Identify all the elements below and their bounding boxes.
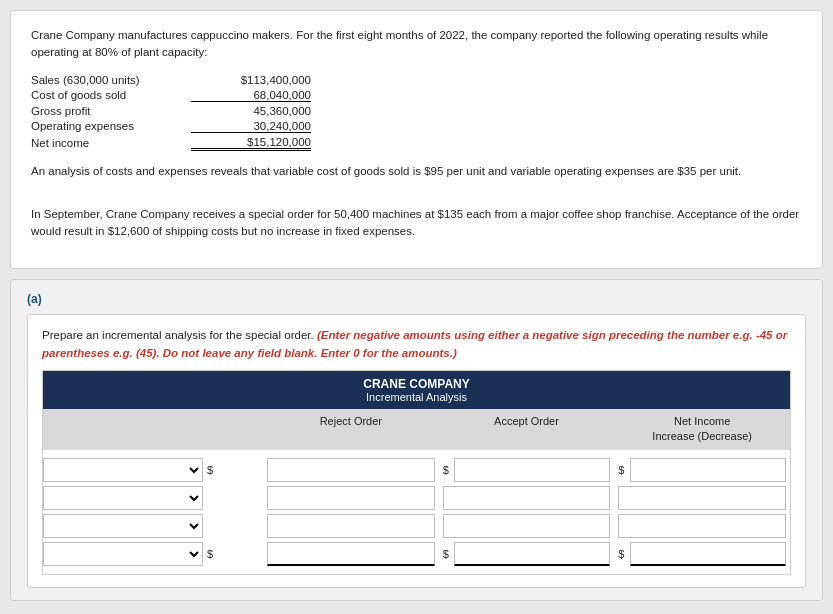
row-1-dollar-3: $: [618, 464, 627, 476]
row-4-dollar-2: $: [443, 548, 452, 560]
opex-amount: 30,240,000: [191, 120, 311, 133]
data-row-2: Revenues Cost of goods sold Operating ex…: [43, 486, 790, 510]
table-header: CRANE COMPANY Incremental Analysis: [43, 371, 790, 409]
instruction-plain: Prepare an incremental analysis for the …: [42, 329, 314, 341]
row-4-input-net[interactable]: [630, 542, 786, 566]
row-3-select[interactable]: Revenues Cost of goods sold Operating ex…: [43, 514, 203, 538]
row-3-cell-net: [614, 514, 790, 538]
gross-label: Gross profit: [31, 105, 191, 117]
row-2-cell-net: [614, 486, 790, 510]
row-2-input-accept[interactable]: [443, 486, 611, 510]
row-2-input-reject[interactable]: [267, 486, 435, 510]
row-2-cell-accept: [439, 486, 615, 510]
data-row-1: Revenues Cost of goods sold Operating ex…: [43, 458, 790, 482]
intro-text: Crane Company manufactures cappuccino ma…: [31, 27, 802, 62]
financial-row-cogs: Cost of goods sold 68,040,000: [31, 89, 802, 102]
row-2-input-net[interactable]: [618, 486, 786, 510]
row-4-input-reject[interactable]: [267, 542, 435, 566]
row-1-label-col: Revenues Cost of goods sold Operating ex…: [43, 458, 263, 482]
row-3-input-net[interactable]: [618, 514, 786, 538]
row-1-dollar-2: $: [443, 464, 452, 476]
data-row-3: Revenues Cost of goods sold Operating ex…: [43, 514, 790, 538]
row-2-label-col: Revenues Cost of goods sold Operating ex…: [43, 486, 263, 510]
row-4-cell-accept: $: [439, 542, 615, 566]
column-headers: Reject Order Accept Order Net Income Inc…: [43, 409, 790, 450]
row-3-cell-accept: [439, 514, 615, 538]
table-subtitle: Incremental Analysis: [53, 391, 780, 403]
row-1-input-reject[interactable]: [267, 458, 435, 482]
gross-amount: 45,360,000: [191, 105, 311, 117]
special-order-text: In September, Crane Company receives a s…: [31, 206, 802, 241]
sales-label: Sales (630,000 units): [31, 74, 191, 86]
row-3-input-accept[interactable]: [443, 514, 611, 538]
row-1-dollar: $: [207, 464, 217, 476]
financial-row-net: Net income $15,120,000: [31, 136, 802, 151]
row-1-input-accept[interactable]: [454, 458, 610, 482]
financial-row-sales: Sales (630,000 units) $113,400,000: [31, 74, 802, 86]
col-head-net-line1: Net Income: [674, 415, 730, 427]
col-spacer: [43, 414, 263, 445]
col-head-net-line2: Increase (Decrease): [652, 430, 752, 442]
row-2-select[interactable]: Revenues Cost of goods sold Operating ex…: [43, 486, 203, 510]
row-1-cell-reject: [263, 458, 439, 482]
row-4-dollar-3: $: [618, 548, 627, 560]
row-4-cell-net: $: [614, 542, 790, 566]
cogs-label: Cost of goods sold: [31, 89, 191, 101]
row-1-cell-accept: $: [439, 458, 615, 482]
col-head-net: Net Income Increase (Decrease): [614, 414, 790, 445]
net-amount: $15,120,000: [191, 136, 311, 151]
row-2-cell-reject: [263, 486, 439, 510]
financial-row-opex: Operating expenses 30,240,000: [31, 120, 802, 133]
instruction-text: Prepare an incremental analysis for the …: [42, 327, 791, 362]
row-3-label-col: Revenues Cost of goods sold Operating ex…: [43, 514, 263, 538]
analysis-text: An analysis of costs and expenses reveal…: [31, 163, 802, 180]
row-3-input-reject[interactable]: [267, 514, 435, 538]
row-1-input-net[interactable]: [630, 458, 786, 482]
cogs-amount: 68,040,000: [191, 89, 311, 102]
row-3-cell-reject: [263, 514, 439, 538]
section-a-card: (a) Prepare an incremental analysis for …: [10, 279, 823, 600]
row-4-dollar: $: [207, 548, 217, 560]
col-head-reject: Reject Order: [263, 414, 439, 445]
row-4-select[interactable]: Revenues Cost of goods sold Operating ex…: [43, 542, 203, 566]
row-4-label-col: Revenues Cost of goods sold Operating ex…: [43, 542, 263, 566]
col-head-accept: Accept Order: [439, 414, 615, 445]
financial-row-gross: Gross profit 45,360,000: [31, 105, 802, 117]
sales-amount: $113,400,000: [191, 74, 311, 86]
analysis-inner: Prepare an incremental analysis for the …: [27, 314, 806, 587]
opex-label: Operating expenses: [31, 120, 191, 132]
row-1-cell-net: $: [614, 458, 790, 482]
row-1-select[interactable]: Revenues Cost of goods sold Operating ex…: [43, 458, 203, 482]
row-4-input-accept[interactable]: [454, 542, 610, 566]
net-label: Net income: [31, 137, 191, 149]
company-name: CRANE COMPANY: [53, 377, 780, 391]
incremental-table: CRANE COMPANY Incremental Analysis Rejec…: [42, 370, 791, 575]
problem-card: Crane Company manufactures cappuccino ma…: [10, 10, 823, 269]
data-row-4: Revenues Cost of goods sold Operating ex…: [43, 542, 790, 566]
financial-table: Sales (630,000 units) $113,400,000 Cost …: [31, 74, 802, 151]
row-4-cell-reject: [263, 542, 439, 566]
section-label: (a): [27, 292, 806, 306]
